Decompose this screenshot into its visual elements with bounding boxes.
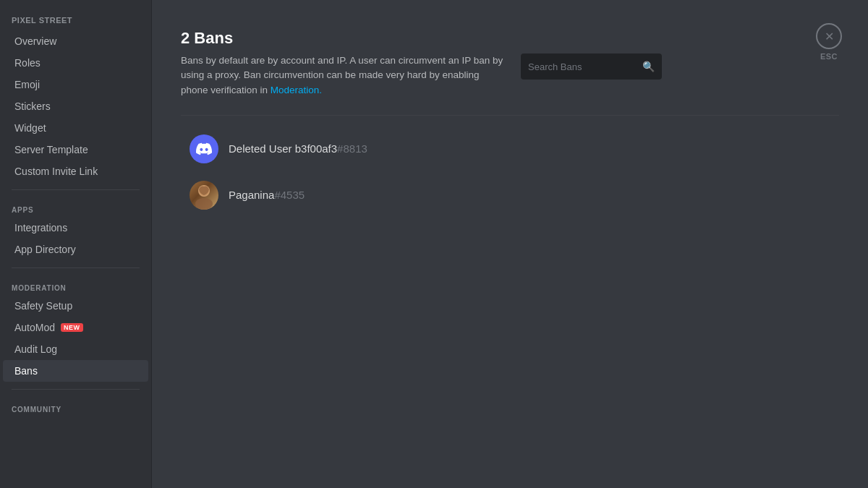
sidebar-item-label: Overview [14, 35, 56, 47]
section-label-moderation: MODERATION [0, 275, 151, 295]
ban-username: Paganina [229, 189, 274, 201]
description-text: Bans by default are by account and IP. A… [181, 53, 506, 98]
sidebar-item-label: Widget [14, 122, 46, 134]
sidebar-item-roles[interactable]: Roles [3, 52, 148, 74]
search-input[interactable] [528, 61, 637, 72]
sidebar-item-overview[interactable]: Overview [3, 30, 148, 52]
sidebar-item-label: Roles [14, 57, 41, 69]
ban-item[interactable]: Deleted User b3f00af3#8813 [181, 127, 839, 171]
avatar [190, 181, 218, 210]
svg-point-1 [195, 198, 213, 210]
search-icon: 🔍 [642, 61, 655, 72]
bans-divider [181, 115, 839, 116]
sidebar-item-label: Stickers [14, 100, 51, 112]
ban-username: Deleted User b3f00af3 [229, 142, 337, 155]
ban-item[interactable]: Paganina#4535 [181, 174, 839, 217]
ban-list: Deleted User b3f00af3#8813 Paganina#4535 [181, 127, 839, 217]
sidebar-item-label: Emoji [14, 79, 40, 90]
page-title: 2 Bans [181, 29, 839, 48]
ban-discriminator: #8813 [337, 142, 367, 155]
esc-label: ESC [820, 52, 838, 61]
automod-new-badge: NEW [61, 323, 83, 332]
sidebar-item-server-template[interactable]: Server Template [3, 139, 148, 160]
divider-3 [12, 389, 140, 390]
sidebar-item-audit-log[interactable]: Audit Log [3, 338, 148, 360]
moderation-link[interactable]: Moderation. [271, 85, 322, 95]
divider-2 [12, 267, 140, 268]
esc-circle-icon: ✕ [816, 23, 842, 49]
sidebar-item-label: Server Template [14, 144, 88, 155]
divider-1 [12, 189, 140, 190]
sidebar-item-label: Audit Log [14, 343, 57, 355]
server-name: PIXEL STREET [0, 12, 151, 29]
sidebar-item-app-directory[interactable]: App Directory [3, 239, 148, 260]
sidebar: PIXEL STREET Overview Roles Emoji Sticke… [0, 0, 152, 488]
sidebar-item-label: Safety Setup [14, 300, 72, 312]
avatar [190, 134, 218, 163]
sidebar-item-label: AutoMod [14, 322, 55, 333]
section-label-community: COMMUNITY [0, 397, 151, 416]
sidebar-item-label: Bans [14, 365, 38, 377]
sidebar-item-bans[interactable]: Bans [3, 360, 148, 382]
sidebar-item-custom-invite-link[interactable]: Custom Invite Link [3, 160, 148, 182]
sidebar-item-widget[interactable]: Widget [3, 117, 148, 139]
sidebar-item-automod[interactable]: AutoMod NEW [3, 317, 148, 338]
sidebar-item-integrations[interactable]: Integrations [3, 217, 148, 239]
discord-logo-icon [196, 141, 212, 157]
search-box[interactable]: 🔍 [521, 53, 662, 80]
ban-user-info: Paganina#4535 [229, 189, 305, 202]
ban-discriminator: #4535 [274, 189, 305, 201]
description-row: Bans by default are by account and IP. A… [181, 53, 839, 98]
sidebar-item-label: Integrations [14, 222, 67, 234]
sidebar-item-label: App Directory [14, 244, 76, 255]
sidebar-item-label: Custom Invite Link [14, 166, 98, 177]
esc-button[interactable]: ✕ ESC [816, 23, 842, 61]
sidebar-item-safety-setup[interactable]: Safety Setup [3, 295, 148, 317]
sidebar-item-stickers[interactable]: Stickers [3, 95, 148, 117]
sidebar-item-emoji[interactable]: Emoji [3, 74, 148, 95]
main-content: ✕ ESC 2 Bans Bans by default are by acco… [152, 0, 868, 488]
ban-user-info: Deleted User b3f00af3#8813 [229, 142, 367, 155]
paganina-avatar-svg [190, 181, 218, 210]
section-label-apps: APPS [0, 197, 151, 217]
